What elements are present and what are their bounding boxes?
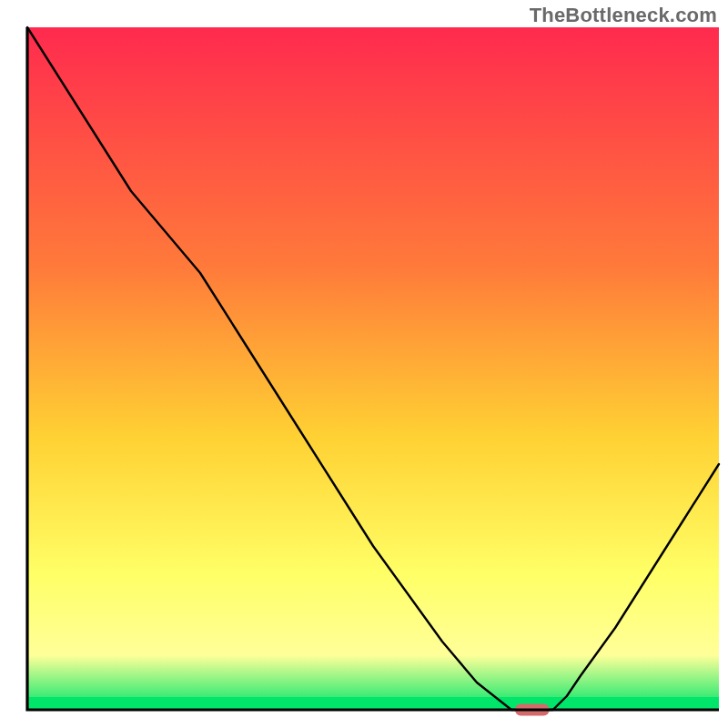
bottleneck-chart [0, 0, 728, 728]
watermark-text: TheBottleneck.com [530, 4, 717, 27]
chart-container: TheBottleneck.com [0, 0, 728, 728]
green-baseline-strip [27, 697, 719, 710]
gradient-background [27, 27, 719, 710]
